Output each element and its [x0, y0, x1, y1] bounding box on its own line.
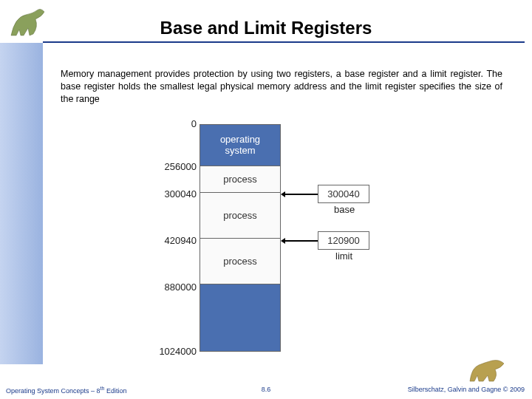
addr-label: 420940 [152, 235, 197, 246]
memory-cell-process: process [200, 193, 280, 239]
addr-label: 0 [152, 118, 197, 129]
memory-column: operating system process process process [200, 124, 281, 352]
memory-diagram: operating system process process process… [148, 117, 414, 361]
addr-label: 300040 [152, 188, 197, 200]
dinosaur-icon [467, 355, 508, 384]
addr-label: 1024000 [152, 346, 197, 357]
memory-cell-empty [200, 284, 280, 351]
memory-cell-process: process [200, 166, 280, 193]
arrow-limit [282, 240, 318, 242]
body-paragraph: Memory management provides protection by… [61, 68, 502, 106]
arrow-base [282, 194, 318, 195]
limit-register-label: limit [335, 250, 352, 262]
base-register-label: base [334, 204, 355, 215]
memory-cell-process: process [200, 239, 280, 284]
sidebar-gradient [0, 43, 43, 364]
slide-title: Base and Limit Registers [0, 18, 532, 38]
memory-cell-os: operating system [200, 125, 280, 166]
footer-copyright: Silberschatz, Galvin and Gagne © 2009 [408, 386, 525, 393]
base-register-box: 300040 [318, 185, 369, 203]
addr-label: 880000 [152, 282, 197, 293]
header: Base and Limit Registers [0, 4, 532, 41]
title-underline [43, 41, 525, 43]
footer: Operating System Concepts – 8th Edition … [0, 386, 532, 396]
addr-label: 256000 [152, 161, 197, 172]
limit-register-box: 120900 [318, 231, 369, 250]
